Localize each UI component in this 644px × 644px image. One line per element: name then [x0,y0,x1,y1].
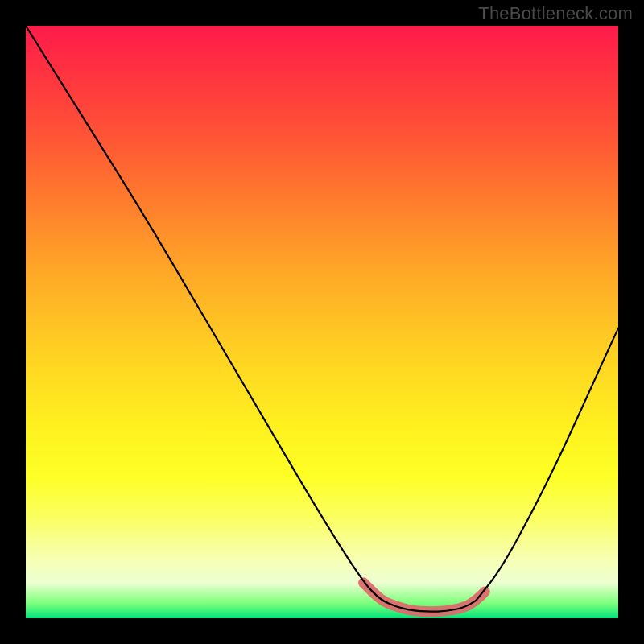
watermark-text: TheBottleneck.com [478,3,633,24]
highlight-optimal-range [364,583,485,612]
curve-left-descent [26,26,396,606]
plot-area [26,26,618,618]
chart-frame: TheBottleneck.com [0,0,644,644]
curve-right-ascent [476,328,618,601]
curve-layer [26,26,618,618]
